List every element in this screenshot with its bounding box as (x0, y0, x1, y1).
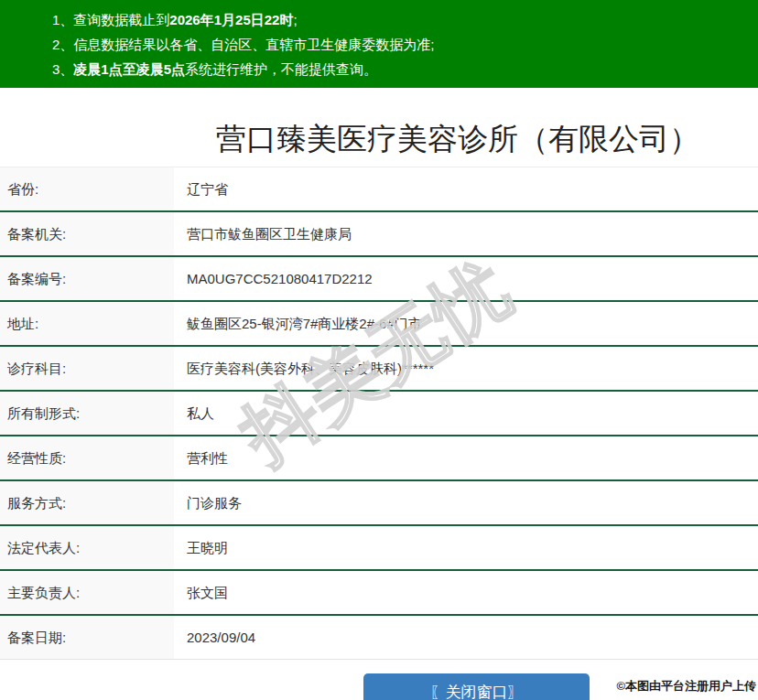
table-row-address: 地址: 鲅鱼圈区25-银河湾7#商业楼2#-6#门市 (0, 302, 758, 347)
notice-line-1: 1、查询数据截止到2026年1月25日22时; (52, 7, 740, 32)
row-value: 2023/09/04 (174, 616, 758, 659)
notice-2-num: 2、 (52, 37, 73, 52)
row-value: 王晓明 (174, 526, 758, 569)
table-row-legal-representative: 法定代表人: 王晓明 (0, 526, 758, 571)
notice-line-2: 2、信息数据结果以各省、自治区、直辖市卫生健康委数据为准; (52, 32, 740, 57)
row-value: 私人 (174, 392, 758, 435)
row-value: MA0UG7CC521080417D2212 (174, 257, 758, 300)
close-window-button[interactable]: 〖关闭窗口〗 (363, 673, 590, 700)
table-row-filing-date: 备案日期: 2023/09/04 (0, 616, 758, 660)
row-value: 医疗美容科(美容外科、美容皮肤科)****** (174, 347, 758, 390)
notice-3-num: 3、 (52, 61, 73, 77)
row-label: 所有制形式: (0, 392, 174, 435)
copyright-note: ©本图由平台注册用户上传 (616, 678, 756, 695)
page-title: 营口臻美医疗美容诊所（有限公司） (0, 118, 758, 160)
notice-3-post: 系统进行维护，不能提供查询。 (185, 61, 377, 77)
row-label: 备案机关: (0, 212, 174, 255)
row-label: 备案日期: (0, 616, 174, 659)
table-row-business-nature: 经营性质: 营利性 (0, 436, 758, 481)
table-row-principal-person: 主要负责人: 张文国 (0, 571, 758, 616)
notice-1-deadline: 2026年1月25日22时 (169, 12, 293, 27)
row-label: 诊疗科目: (0, 347, 174, 390)
row-label: 经营性质: (0, 436, 174, 479)
table-row-filing-authority: 备案机关: 营口市鲅鱼圈区卫生健康局 (0, 212, 758, 257)
table-row-ownership-form: 所有制形式: 私人 (0, 392, 758, 436)
row-label: 地址: (0, 302, 174, 345)
row-label: 法定代表人: (0, 526, 174, 569)
notice-2-text: 信息数据结果以各省、自治区、直辖市卫生健康委数据为准; (73, 37, 434, 52)
table-row-province: 省份: 辽宁省 (0, 167, 758, 212)
row-label: 省份: (0, 167, 174, 210)
row-value: 营口市鲅鱼圈区卫生健康局 (174, 212, 758, 255)
notice-3-maintenance-window: 凌晨1点至凌晨5点 (73, 61, 185, 77)
notice-line-3: 3、凌晨1点至凌晨5点系统进行维护，不能提供查询。 (52, 57, 740, 81)
notice-1-post: ; (293, 12, 297, 27)
table-row-filing-number: 备案编号: MA0UG7CC521080417D2212 (0, 257, 758, 302)
row-value: 辽宁省 (174, 167, 758, 210)
row-label: 服务方式: (0, 481, 174, 524)
notice-bar: 1、查询数据截止到2026年1月25日22时; 2、信息数据结果以各省、自治区、… (0, 0, 758, 88)
row-value: 鲅鱼圈区25-银河湾7#商业楼2#-6#门市 (174, 302, 758, 345)
row-label: 备案编号: (0, 257, 174, 300)
table-row-service-mode: 服务方式: 门诊服务 (0, 481, 758, 526)
table-row-medical-subjects: 诊疗科目: 医疗美容科(美容外科、美容皮肤科)****** (0, 347, 758, 392)
row-value: 张文国 (174, 571, 758, 614)
row-value: 营利性 (174, 436, 758, 479)
notice-1-num: 1、 (52, 12, 73, 27)
notice-1-pre: 查询数据截止到 (73, 12, 169, 27)
row-value: 门诊服务 (174, 481, 758, 524)
detail-table: 省份: 辽宁省 备案机关: 营口市鲅鱼圈区卫生健康局 备案编号: MA0UG7C… (0, 167, 758, 660)
row-label: 主要负责人: (0, 571, 174, 614)
